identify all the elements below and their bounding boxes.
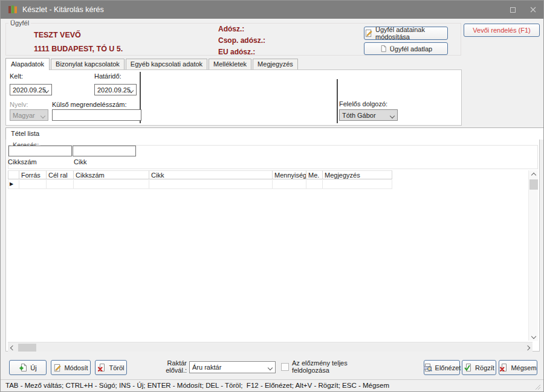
warehouse-combo[interactable]: Áru raktár (189, 361, 276, 373)
grid-horizontal-scrollbar[interactable] (8, 342, 533, 352)
vertical-scroll-thumb[interactable] (529, 179, 538, 190)
customer-order-button[interactable]: Vevői rendelés (F1) (464, 24, 540, 37)
new-button[interactable]: Új (9, 360, 47, 375)
grid-cell (323, 180, 392, 189)
warehouse-value: Áru raktár (192, 364, 221, 371)
responsible-label: Felelős dolgozó: (339, 100, 387, 108)
group-tax-number-label: Csop. adósz.: (218, 36, 265, 45)
close-icon (530, 7, 536, 13)
search-item-label: Cikk (74, 158, 86, 165)
preview-button[interactable]: Előnézet (424, 360, 460, 375)
external-order-label: Külső megrendelésszám: (52, 101, 127, 108)
grid-cell (149, 180, 273, 189)
statusbar: TAB - Mező váltás; CTRL+H - Súgó; INS - … (1, 379, 543, 392)
language-combo: Magyar (10, 109, 48, 121)
delete-document-icon (97, 363, 106, 372)
edit-icon (53, 364, 62, 372)
tax-number-label: Adósz.: (218, 25, 244, 33)
customer-group-label: Ügyfél (8, 19, 31, 27)
resize-grip-icon[interactable] (535, 384, 541, 390)
delete-button[interactable]: Töröl (95, 360, 127, 375)
grid-header-megjegyzes[interactable]: Megjegyzés (323, 170, 392, 179)
chevron-down-icon (40, 113, 45, 118)
grid-header-selector (8, 170, 19, 179)
warehouse-label-line1: Raktár (167, 359, 187, 367)
tab-bizonylat-kapcsolatok[interactable]: Bizonylat kapcsolatok (51, 59, 125, 69)
tab-megjegyzes[interactable]: Megjegyzés (253, 59, 298, 69)
deadline-value: 2020.09.25. (97, 86, 132, 94)
search-item-number-label: Cikkszám (8, 158, 37, 165)
search-item-number-input[interactable] (8, 146, 72, 156)
maximize-icon (510, 7, 516, 13)
edit-icon (364, 29, 373, 37)
warehouse-preselect-label: Raktár elővál.: (159, 359, 187, 374)
save-button[interactable]: Rögzít (462, 360, 496, 375)
customer-address: 1111 BUDAPEST, TÓ U 5. (34, 45, 123, 53)
cancel-button-label: Mégsem (511, 364, 536, 371)
chevron-down-icon (390, 113, 395, 118)
titlebar: Készlet - Kitárolás kérés (1, 1, 543, 19)
scroll-down-arrow[interactable] (529, 332, 539, 341)
grid-cell (47, 180, 74, 189)
app-icon (8, 5, 18, 14)
document-icon (380, 45, 387, 53)
grid-header-mennyiseg[interactable]: Mennyiség (273, 170, 306, 179)
grid-vertical-scrollbar[interactable] (528, 170, 538, 341)
modify-customer-label: Ügyfél adatainak módosítása (375, 26, 447, 40)
customer-datasheet-label: Ügyfél adatlap (390, 45, 432, 53)
deadline-combo[interactable]: 2020.09.25. (94, 84, 137, 95)
preview-button-label: Előnézet (435, 364, 461, 371)
scroll-right-arrow[interactable] (523, 343, 533, 352)
grid-empty-row[interactable]: ▶ (8, 180, 392, 189)
grid-header-cel-raktar[interactable]: Cél ral (47, 170, 74, 179)
maximize-button[interactable] (502, 1, 523, 19)
grid-header-cikk[interactable]: Cikk (149, 170, 273, 179)
eu-tax-number-label: EU adósz.: (218, 48, 255, 56)
date-value: 2020.09.25. (13, 86, 48, 94)
save-button-label: Rögzít (475, 364, 494, 371)
preview-icon (423, 363, 433, 372)
tab-alapadatok[interactable]: Alapadatok (5, 58, 50, 70)
window-title: Készlet - Kitárolás kérés (22, 1, 104, 19)
process-full-history-label: Az előzmény teljes feldolgozása (292, 359, 360, 374)
delete-button-label: Töröl (109, 364, 124, 371)
modify-button[interactable]: Módosít (51, 360, 91, 375)
chevron-down-icon (268, 365, 273, 370)
basic-data-panel: Kelt: 2020.09.25. Határidő: 2020.09.25. … (5, 69, 462, 126)
new-document-icon (19, 363, 28, 372)
customer-name: TESZT VEVŐ (34, 31, 81, 39)
row-marker-icon: ▶ (8, 180, 19, 189)
language-value: Magyar (13, 112, 35, 119)
cancel-button[interactable]: Mégsem (499, 360, 537, 375)
cancel-x-icon (499, 363, 508, 372)
modify-customer-button[interactable]: Ügyfél adatainak módosítása (364, 27, 448, 40)
process-full-history-checkbox[interactable] (281, 363, 289, 371)
grid-cell (273, 180, 306, 189)
horizontal-scroll-thumb[interactable] (18, 344, 36, 352)
date-label: Kelt: (10, 72, 23, 80)
grid-header-row: Forrás Cél ral Cikkszám Cikk Mennyiség M… (8, 170, 392, 179)
search-item-input[interactable] (73, 146, 136, 156)
language-label: Nyelv: (10, 101, 28, 108)
grid-cell (306, 180, 323, 189)
external-order-input[interactable] (52, 109, 141, 121)
tab-egyeb-kapcsolati-adatok[interactable]: Egyéb kapcsolati adatok (126, 59, 207, 69)
new-button-label: Új (30, 364, 36, 371)
modify-button-label: Módosít (64, 364, 88, 371)
customer-datasheet-button[interactable]: Ügyfél adatlap (364, 42, 448, 55)
deadline-label: Határidő: (94, 72, 121, 80)
warehouse-label-line2: elővál.: (166, 367, 187, 374)
scroll-left-arrow[interactable] (8, 343, 18, 352)
grid-header-cikkszam[interactable]: Cikkszám (74, 170, 149, 179)
grid-header-me[interactable]: Me. (306, 170, 323, 179)
item-list-panel: Keresés: Cikkszám Cikk Forrás Cél ral Ci… (5, 139, 540, 352)
date-combo[interactable]: 2020.09.25. (10, 84, 52, 95)
close-button[interactable] (523, 1, 543, 19)
grid-header-forras[interactable]: Forrás (19, 170, 47, 179)
tab-mellekletek[interactable]: Mellékletek (209, 59, 251, 69)
tab-tetel-lista[interactable]: Tétel lista (5, 127, 544, 140)
scroll-up-arrow[interactable] (529, 170, 539, 179)
responsible-value: Tóth Gábor (342, 112, 376, 119)
responsible-combo[interactable]: Tóth Gábor (339, 109, 398, 121)
grid-cell (74, 180, 149, 189)
